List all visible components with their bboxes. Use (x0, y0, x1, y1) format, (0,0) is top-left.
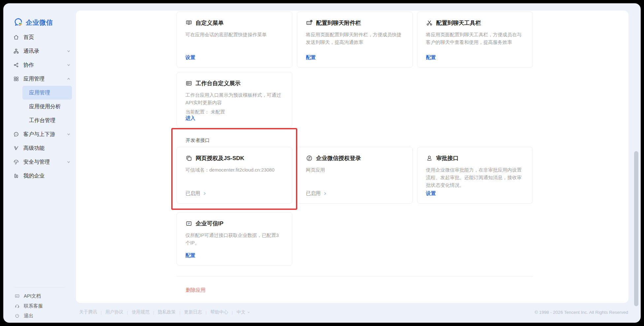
card-title: 网页授权及JS-SDK (196, 154, 244, 162)
sidebar-subitem-workbench-management[interactable]: 工作台管理 (22, 114, 72, 127)
card-title: 配置到聊天附件栏 (316, 19, 361, 27)
sidebar-item-label: 高级功能 (23, 145, 45, 152)
grid-apps-icon (13, 76, 19, 82)
home-icon (13, 34, 19, 40)
double-v-icon (13, 145, 19, 151)
sidebar-subitem-label: 应用使用分析 (29, 103, 61, 110)
footer-separator: | (206, 310, 207, 315)
sidebar-subitem-app-usage-analysis[interactable]: 应用使用分析 (22, 100, 72, 114)
main-panel: 自定义菜单 可在应用会话的底部配置快捷操作菜单 设置 配置到聊天附件栏 将应用页… (76, 11, 628, 303)
footer-separator: | (153, 310, 154, 315)
footer-link-usage-rules[interactable]: 使用规范 (132, 309, 149, 315)
card-title: 工作台自定义展示 (196, 80, 241, 87)
chat-attachment-config-link[interactable]: 配置 (306, 54, 316, 60)
card-title: 企业微信授权登录 (316, 154, 361, 162)
sidebar-item-collaboration[interactable]: 协作 (3, 58, 76, 72)
footer-separator: | (232, 310, 233, 315)
sidebar-item-label: 首页 (23, 34, 34, 41)
card-workbench-display: 工作台自定义展示 工作台应用入口展示为预设模板样式，可通过API实时更新内容 当… (177, 72, 292, 127)
footer-link-changelog[interactable]: 更新日志 (184, 309, 202, 315)
copyright-text: © 1998 - 2026 Tencent Inc. All Rights Re… (534, 310, 628, 315)
footer-separator: | (101, 310, 102, 315)
umbrella-icon (13, 159, 19, 165)
sidebar-item-api-docs[interactable]: API API文档 (3, 291, 76, 301)
swap-arrows-circle-icon (306, 155, 313, 162)
card-sso-login: 企业微信授权登录 网页应用 已启用 (297, 147, 413, 204)
sidebar-item-contacts[interactable]: 通讯录 (3, 44, 76, 58)
sidebar-item-advanced-features[interactable]: 高级功能 (3, 141, 76, 155)
chevron-down-icon (247, 311, 250, 314)
vertical-scrollbar-thumb[interactable] (634, 151, 638, 306)
card-title: 审批接口 (436, 154, 459, 162)
workbench-config-line: 当前配置： 未配置 (185, 109, 283, 115)
chevron-down-icon (67, 132, 71, 136)
delete-app-link[interactable]: 删除应用 (186, 287, 206, 293)
workbench-enter-link[interactable]: 进入 (185, 115, 195, 121)
status-text: 已启用 (306, 190, 321, 197)
sidebar-item-security-management[interactable]: 安全与管理 (3, 155, 76, 169)
sidebar-item-label: 应用管理 (23, 76, 45, 82)
card-title: 企业可信IP (196, 220, 223, 227)
chevron-down-icon (67, 63, 71, 67)
card-desc: 将应用页面配置到聊天附件栏，方便成员快捷发送到聊天，提高沟通效率 (306, 31, 404, 46)
chevron-right-icon (203, 192, 207, 195)
card-trusted-ip: IP 企业可信IP 仅所配IP可通过接口获取企业数据，已配置3个IP。 配置 (177, 212, 292, 266)
sidebar-subitem-label: 工作台管理 (29, 117, 55, 124)
content-divider (177, 276, 533, 277)
sidebar-item-label: 通讯录 (23, 48, 39, 55)
sso-login-status[interactable]: 已启用 (306, 190, 404, 197)
status-text: 已启用 (185, 190, 200, 197)
sidebar-item-my-company[interactable]: 我的企业 (3, 169, 76, 183)
app-window: 企业微信 首页 通讯录 协作 (3, 3, 641, 323)
chat-toolbar-config-link[interactable]: 配置 (426, 54, 436, 60)
sidebar-item-home[interactable]: 首页 (3, 30, 76, 44)
card-desc: 仅所配IP可通过接口获取企业数据，已配置3个IP。 (185, 232, 283, 247)
page-footer: 关于腾讯 | 用户协议 | 使用规范 | 隐私政策 | 更新日志 | 帮助中心 … (3, 304, 641, 323)
sidebar-item-label: 我的企业 (23, 173, 45, 179)
brand-logo[interactable]: 企业微信 (13, 18, 53, 27)
web-auth-status[interactable]: 已启用 (185, 190, 283, 197)
footer-separator: | (127, 310, 128, 315)
chevron-up-icon (67, 77, 71, 81)
footer-separator: | (179, 310, 181, 315)
card-title: 配置到聊天工具栏 (436, 19, 481, 27)
company-bars-icon (13, 173, 19, 179)
brand-name: 企业微信 (26, 18, 53, 27)
card-desc: 使用企业微信审批能力，在非审批应用内设置流程、发起审批。还能订阅通知消息，接收审… (426, 166, 524, 189)
sidebar-item-label: API文档 (24, 293, 41, 299)
footer-links: 关于腾讯 | 用户协议 | 使用规范 | 隐私政策 | 更新日志 | 帮助中心 … (79, 309, 250, 315)
api-doc-icon: API (15, 293, 20, 299)
svg-text:API: API (16, 295, 18, 297)
card-desc: 将应用页面配置到聊天工具栏，方便成员在与客户的聊天中查看和使用，提高服务效率 (426, 31, 524, 46)
custom-menu-icon (185, 19, 192, 26)
chevron-down-icon (67, 49, 71, 53)
footer-link-help-center[interactable]: 帮助中心 (210, 309, 228, 315)
custom-menu-settings-link[interactable]: 设置 (185, 54, 195, 60)
share-nodes-icon (13, 62, 19, 68)
sidebar-nav: 首页 通讯录 协作 (3, 30, 76, 183)
sidebar-subitem-label: 应用管理 (29, 89, 50, 96)
sidebar-subitem-app-management[interactable]: 应用管理 (22, 86, 72, 100)
card-chat-toolbar: 配置到聊天工具栏 将应用页面配置到聊天工具栏，方便成员在与客户的聊天中查看和使用… (417, 12, 533, 68)
developer-api-section-label: 开发者接口 (186, 137, 210, 144)
footer-link-about[interactable]: 关于腾讯 (79, 309, 97, 315)
card-web-auth-jssdk: 网页授权及JS-SDK 可信域名：democenter.fit2cloud.cn… (177, 147, 292, 204)
language-label: 中文 (237, 309, 245, 315)
card-chat-attachment: 配置到聊天附件栏 将应用页面配置到聊天附件栏，方便成员快捷发送到聊天，提高沟通效… (297, 12, 413, 68)
card-custom-menu: 自定义菜单 可在应用会话的底部配置快捷操作菜单 设置 (177, 12, 292, 68)
wework-logo-icon (13, 18, 23, 27)
trusted-ip-config-link[interactable]: 配置 (185, 252, 195, 258)
sidebar-divider (15, 287, 65, 288)
org-chart-icon (13, 48, 19, 54)
sidebar-item-customers[interactable]: 客户与上下游 (3, 127, 76, 141)
sidebar-item-app-management[interactable]: 应用管理 (3, 72, 76, 86)
stamp-icon (426, 155, 433, 162)
footer-link-privacy-policy[interactable]: 隐私政策 (158, 309, 176, 315)
sidebar-item-label: 协作 (23, 62, 34, 69)
language-selector[interactable]: 中文 (237, 309, 250, 315)
footer-link-user-agreement[interactable]: 用户协议 (106, 309, 123, 315)
card-desc: 网页应用 (306, 166, 404, 174)
toolbar-scissors-icon (426, 19, 433, 26)
card-desc: 工作台应用入口展示为预设模板样式，可通过API实时更新内容 (185, 91, 283, 107)
approval-settings-link[interactable]: 设置 (426, 190, 436, 196)
